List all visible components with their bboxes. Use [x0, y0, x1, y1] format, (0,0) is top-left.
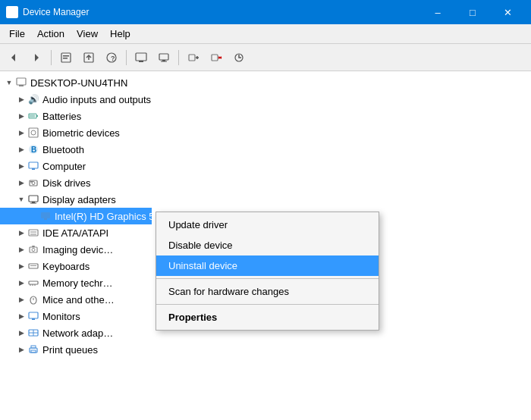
svg-marker-3 — [35, 54, 39, 61]
back-button[interactable] — [3, 48, 24, 67]
scan-button[interactable] — [228, 48, 250, 67]
svg-rect-19 — [212, 55, 218, 61]
svg-rect-40 — [41, 212, 50, 218]
expand-arrow-memory: ▶ — [15, 277, 27, 289]
menu-bar: File Action View Help — [0, 24, 531, 44]
print-icon — [27, 343, 39, 356]
svg-point-29 — [31, 130, 36, 135]
device-view-button[interactable] — [130, 48, 152, 67]
tree-label-ide: IDE ATA/ATAPI — [42, 227, 108, 239]
svg-rect-63 — [31, 350, 36, 353]
tree-item-monitors[interactable]: ▶ Monitors — [0, 308, 152, 324]
audio-icon: 🔊 — [27, 93, 39, 105]
tree-item-imaging[interactable]: ▶ Imaging devic… — [0, 241, 152, 258]
tree-item-print[interactable]: ▶ Print queues — [0, 341, 152, 358]
tree-item-computer[interactable]: ▶ Computer — [0, 158, 152, 174]
svg-rect-26 — [36, 115, 38, 117]
svg-rect-36 — [30, 181, 33, 183]
mouse-icon — [27, 293, 39, 306]
tree-label-print: Print queues — [42, 344, 98, 356]
menu-action[interactable]: Action — [31, 26, 71, 42]
app-icon — [6, 6, 18, 18]
tree-item-intel-graphics[interactable]: ▶ Intel(R) HD Graphics 5500 — [0, 208, 152, 224]
monitors-icon — [27, 310, 39, 322]
svg-text:B: B — [31, 146, 36, 154]
window-title: Device Manager — [23, 7, 420, 17]
svg-rect-42 — [29, 230, 38, 236]
expand-arrow-disk: ▶ — [15, 177, 27, 189]
imaging-icon — [27, 243, 39, 255]
ctx-scan-hardware[interactable]: Scan for hardware changes — [156, 281, 379, 302]
svg-rect-27 — [30, 114, 35, 118]
window-controls: – □ ✕ — [420, 0, 525, 24]
network-icon — [27, 327, 39, 339]
tree-item-network[interactable]: ▶ Network adap… — [0, 324, 152, 341]
ctx-update-driver[interactable]: Update driver — [156, 215, 379, 235]
svg-rect-0 — [8, 8, 16, 14]
ctx-uninstall-device[interactable]: Uninstall device — [156, 255, 379, 276]
expand-arrow-audio: ▶ — [15, 93, 27, 105]
expand-arrow-biometric: ▶ — [15, 127, 27, 139]
battery-icon — [27, 110, 39, 122]
tree-root[interactable]: ▼ DESKTOP-UNU4THN — [0, 74, 152, 91]
info-button[interactable]: ? — [101, 48, 122, 67]
tree-item-mice[interactable]: ▶ Mice and othe… — [0, 291, 152, 308]
maximize-button[interactable]: □ — [455, 0, 490, 24]
expand-arrow-monitors: ▶ — [15, 310, 27, 322]
svg-point-46 — [32, 249, 35, 252]
tree-item-audio[interactable]: ▶ 🔊 Audio inputs and outputs — [0, 91, 152, 108]
forward-button[interactable] — [26, 48, 47, 67]
tree-label-audio: Audio inputs and outputs — [42, 94, 151, 105]
add-hardware-button[interactable] — [183, 48, 204, 67]
tree-label-imaging: Imaging devic… — [42, 244, 113, 255]
title-bar: Device Manager – □ ✕ — [0, 0, 531, 24]
tree-item-batteries[interactable]: ▶ Batteries — [0, 108, 152, 124]
tree-item-display-adapters[interactable]: ▼ Display adapters — [0, 191, 152, 208]
tree-item-bluetooth[interactable]: ▶ B Bluetooth — [0, 141, 152, 158]
svg-text:?: ? — [111, 55, 115, 62]
tree-item-keyboards[interactable]: ▶ Keyboards — [0, 258, 152, 274]
svg-rect-48 — [29, 264, 38, 268]
keyboard-icon — [27, 260, 39, 272]
svg-rect-1 — [11, 14, 14, 16]
svg-rect-11 — [136, 53, 146, 61]
tree-label-intel: Intel(R) HD Graphics 5500 — [55, 211, 171, 222]
minimize-button[interactable]: – — [420, 0, 455, 24]
intel-icon — [39, 210, 52, 222]
memory-icon — [27, 277, 39, 289]
ctx-disable-device[interactable]: Disable device — [156, 235, 379, 255]
menu-file[interactable]: File — [3, 26, 31, 42]
svg-rect-13 — [159, 54, 168, 60]
tree-item-disk[interactable]: ▶ Disk drives — [0, 174, 152, 191]
tree-label-computer: Computer — [42, 161, 86, 172]
svg-rect-50 — [29, 281, 38, 284]
svg-rect-37 — [29, 196, 38, 202]
svg-rect-62 — [31, 346, 36, 348]
tree-label-batteries: Batteries — [42, 111, 81, 122]
menu-help[interactable]: Help — [104, 26, 137, 42]
properties-button[interactable] — [55, 48, 77, 67]
ctx-properties[interactable]: Properties — [156, 307, 379, 328]
ctx-separator-1 — [156, 278, 379, 279]
expand-arrow-print: ▶ — [15, 343, 27, 356]
tree-label-keyboards: Keyboards — [42, 261, 90, 272]
expand-arrow-network: ▶ — [15, 327, 27, 339]
svg-marker-2 — [11, 54, 15, 61]
monitor-button[interactable] — [153, 48, 174, 67]
tree-label-monitors: Monitors — [42, 311, 80, 322]
tree-item-biometric[interactable]: ▶ Biometric devices — [0, 124, 152, 141]
tree-item-ide[interactable]: ▶ IDE ATA/ATAPI — [0, 224, 152, 241]
svg-rect-28 — [29, 128, 38, 137]
device-tree: ▼ DESKTOP-UNU4THN ▶ 🔊 Audio inputs and o… — [0, 71, 152, 361]
expand-arrow-bluetooth: ▶ — [15, 143, 27, 155]
menu-view[interactable]: View — [71, 26, 104, 42]
remove-button[interactable] — [206, 48, 227, 67]
bluetooth-icon: B — [27, 143, 39, 155]
svg-rect-32 — [29, 162, 38, 168]
update-driver-button[interactable] — [78, 48, 99, 67]
tree-label-biometric: Biometric devices — [42, 127, 120, 139]
svg-rect-16 — [189, 55, 195, 61]
toolbar: ? — [0, 44, 531, 71]
tree-item-memory[interactable]: ▶ Memory techr… — [0, 274, 152, 291]
close-button[interactable]: ✕ — [490, 0, 525, 24]
